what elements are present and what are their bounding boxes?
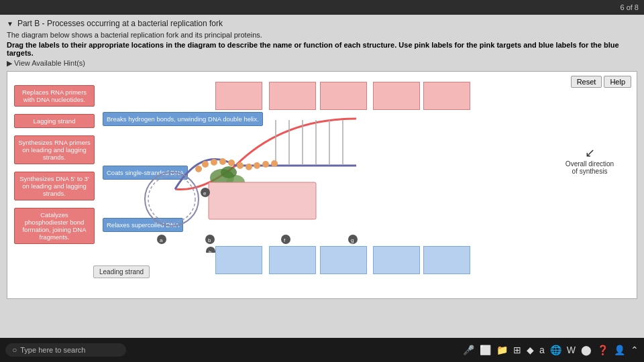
svg-text:g: g xyxy=(351,237,354,243)
chrome-icon[interactable]: ⬤ xyxy=(581,345,592,355)
direction-text-2: of synthesis xyxy=(572,168,608,175)
system-tray[interactable]: ⌃ xyxy=(631,345,639,355)
part-title: Part B - Processes occurring at a bacter… xyxy=(17,19,223,28)
svg-point-32 xyxy=(281,235,290,244)
files-icon[interactable]: 📁 xyxy=(496,345,508,355)
direction-label: ↙ Overall direction of synthesis xyxy=(563,145,616,175)
taskbar-icons: 🎤 ⬜ 📁 ⊞ ◆ a 🌐 W ⬤ ❓ 👤 ⌃ xyxy=(463,345,639,355)
top-bar: 6 of 8 xyxy=(0,0,644,15)
leading-strand-placed-label[interactable]: Leading strand xyxy=(93,265,150,278)
target-blue-5[interactable] xyxy=(423,246,470,274)
hint-link[interactable]: ▶ View Available Hint(s) xyxy=(7,59,637,68)
target-pink-5[interactable] xyxy=(423,82,470,110)
reset-button[interactable]: Reset xyxy=(571,76,602,88)
svg-point-15 xyxy=(254,162,260,169)
svg-point-12 xyxy=(228,160,235,166)
svg-text:e: e xyxy=(203,190,207,196)
svg-text:b: b xyxy=(208,237,211,243)
taskbar: ○ Type here to search 🎤 ⬜ 📁 ⊞ ◆ a 🌐 W ⬤ … xyxy=(0,338,644,362)
target-pink-4[interactable] xyxy=(373,82,420,110)
target-blue-3[interactable] xyxy=(320,246,367,274)
grid-icon[interactable]: ⊞ xyxy=(513,345,521,355)
diagram-container: Reset Help Replaces RNA primers with DNA… xyxy=(7,71,637,299)
help-circle-icon[interactable]: ❓ xyxy=(597,345,608,355)
svg-point-13 xyxy=(237,162,244,169)
svg-rect-21 xyxy=(209,182,316,219)
drag-instruction: Drag the labels to their appropriate loc… xyxy=(7,41,637,57)
target-blue-1[interactable] xyxy=(215,246,262,274)
window-icon[interactable]: ⬜ xyxy=(480,345,491,355)
svg-point-11 xyxy=(219,158,226,165)
browser-icon[interactable]: 🌐 xyxy=(550,345,561,355)
svg-point-9 xyxy=(202,161,209,168)
instruction-line1: The diagram below shows a bacterial repl… xyxy=(7,31,637,39)
target-pink-2[interactable] xyxy=(269,82,316,110)
direction-arrow: ↙ xyxy=(563,145,616,160)
letter-a-icon[interactable]: a xyxy=(539,345,545,355)
search-circle-icon: ○ xyxy=(12,345,17,355)
target-blue-2[interactable] xyxy=(269,246,316,274)
diamond-icon[interactable]: ◆ xyxy=(527,345,534,355)
svg-point-7 xyxy=(148,176,195,223)
svg-point-8 xyxy=(195,166,202,172)
svg-point-14 xyxy=(246,164,252,170)
svg-text:a: a xyxy=(160,237,163,243)
svg-point-16 xyxy=(262,161,269,168)
word-icon[interactable]: W xyxy=(567,345,576,355)
svg-text:h: h xyxy=(209,249,211,253)
search-text: Type here to search xyxy=(20,346,85,354)
part-header: ▼ Part B - Processes occurring at a bact… xyxy=(7,19,637,28)
svg-point-20 xyxy=(221,166,237,178)
svg-point-17 xyxy=(271,160,278,167)
mic-icon[interactable]: 🎤 xyxy=(463,345,474,355)
toggle-icon[interactable]: ▼ xyxy=(7,20,13,27)
target-pink-3[interactable] xyxy=(320,82,367,110)
target-pink-1[interactable] xyxy=(215,82,262,110)
svg-point-10 xyxy=(211,159,217,166)
user-icon[interactable]: 👤 xyxy=(614,345,625,355)
target-blue-4[interactable] xyxy=(373,246,420,274)
main-content: ▼ Part B - Processes occurring at a bact… xyxy=(0,15,644,338)
svg-point-6 xyxy=(145,172,199,226)
diagram-buttons: Reset Help xyxy=(571,76,631,88)
help-button[interactable]: Help xyxy=(604,76,631,88)
taskbar-search[interactable]: ○ Type here to search xyxy=(5,343,126,357)
page-indicator: 6 of 8 xyxy=(620,3,639,11)
direction-text-1: Overall direction xyxy=(566,160,614,168)
